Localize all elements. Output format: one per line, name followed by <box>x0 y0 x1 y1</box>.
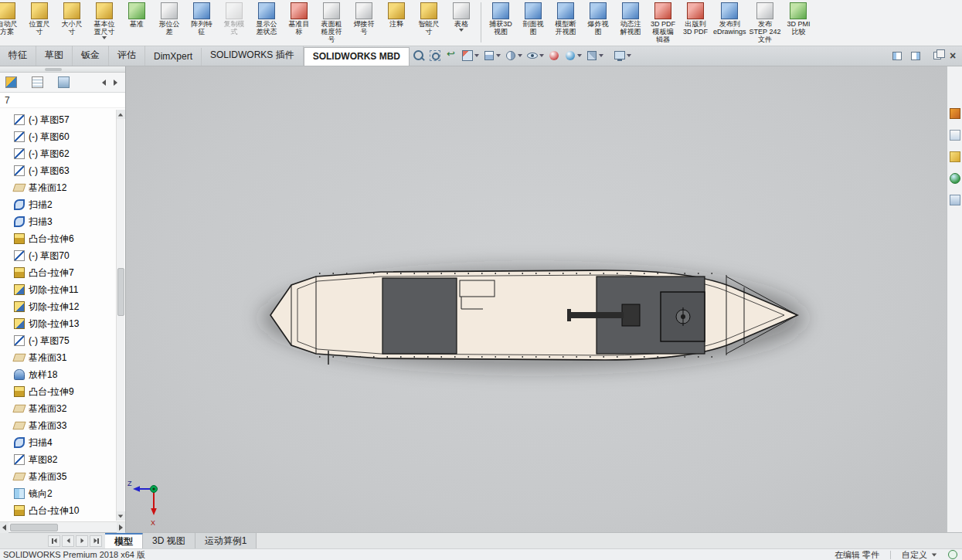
file-explorer-icon[interactable] <box>948 150 962 164</box>
tree-item[interactable]: 凸台-拉伸7 <box>3 264 116 281</box>
tab-solidworks-mbd[interactable]: SOLIDWORKS MBD <box>304 47 410 66</box>
scroll-left-button[interactable] <box>0 522 8 533</box>
note-button[interactable]: 注释 <box>380 2 413 29</box>
configurationmanager-tab[interactable] <box>56 75 71 90</box>
basic-location-dimension-button[interactable]: 基本位 置尺寸 <box>88 2 121 40</box>
geometric-tolerance-button[interactable]: 形位公 差 <box>153 2 185 36</box>
tree-item[interactable]: 基准面31 <box>3 349 116 366</box>
tree-item[interactable]: 基准面32 <box>3 400 116 417</box>
pattern-feature-button[interactable]: 阵列特 征 <box>185 2 218 36</box>
size-dimension-button[interactable]: 大小尺 寸 <box>56 2 88 36</box>
design-library-icon[interactable] <box>948 128 962 142</box>
publish-step-242-button[interactable]: 发布 STEP 242 文件 <box>748 2 783 44</box>
scroll-down-button[interactable] <box>117 511 125 521</box>
scroll-right-button[interactable] <box>117 522 125 533</box>
edit-appearance-button[interactable] <box>546 48 562 63</box>
tree-item[interactable]: (-) 草图62 <box>3 145 116 162</box>
datum-target-button[interactable]: 基准目 标 <box>283 2 315 36</box>
auto-dimension-scheme-button[interactable]: 自动尺 方案 <box>0 2 23 36</box>
show-tolerance-status-button[interactable]: 显示公 差状态 <box>250 2 283 36</box>
tree-item[interactable]: (-) 草图70 <box>3 247 116 264</box>
panel-prev-icon[interactable] <box>102 80 106 86</box>
sheet-next-button[interactable] <box>76 535 88 547</box>
scroll-thumb[interactable] <box>10 524 58 531</box>
tree-horizontal-scrollbar[interactable] <box>0 521 125 532</box>
model-break-view-button[interactable]: 模型断 开视图 <box>549 2 582 36</box>
panel-next-icon[interactable] <box>114 80 117 86</box>
tree-item[interactable]: 凸台-拉伸10 <box>3 502 116 519</box>
display-style-button[interactable] <box>503 48 524 63</box>
tree-item[interactable]: 扫描2 <box>3 196 116 213</box>
copy-scheme-button[interactable]: 复制模 式 <box>218 2 250 36</box>
publish-edrawings-button[interactable]: 发布到 eDrawings <box>712 2 748 36</box>
custom-properties-icon[interactable] <box>948 193 962 207</box>
scroll-track[interactable] <box>117 119 125 511</box>
sheet-last-button[interactable] <box>90 535 102 547</box>
tree-item[interactable]: 放样18 <box>3 366 116 383</box>
sheet-prev-button[interactable] <box>62 535 74 547</box>
hide-show-items-button[interactable] <box>525 48 546 63</box>
view-orientation-button[interactable] <box>481 48 502 63</box>
capture-3d-view-button[interactable]: 捕获3D 视图 <box>484 2 517 36</box>
options-display-button[interactable] <box>606 48 633 63</box>
apply-scene-button[interactable] <box>563 48 583 63</box>
zoom-area-button[interactable] <box>427 48 443 63</box>
tree-item[interactable]: 扫描3 <box>3 213 116 230</box>
tree-item[interactable]: 切除-拉伸13 <box>3 315 116 332</box>
exploded-view-button[interactable]: 爆炸视 图 <box>582 2 614 36</box>
close-window-button[interactable]: × <box>946 49 960 63</box>
tab-dimxpert[interactable]: DimXpert <box>145 48 202 66</box>
tab-sheet-metal[interactable]: 钣金 <box>73 46 109 66</box>
tree-item[interactable]: (-) 草图75 <box>3 332 116 349</box>
dynamic-annotation-views-button[interactable]: 动态注 解视图 <box>614 2 647 36</box>
globe-icon[interactable] <box>948 550 957 559</box>
3d-pmi-compare-button[interactable]: 3D PMI 比较 <box>782 2 814 36</box>
restore-window-button[interactable] <box>927 49 941 63</box>
tree-item[interactable]: 凸台-拉伸9 <box>3 383 116 400</box>
panel-splitter[interactable] <box>0 66 125 73</box>
tree-vertical-scrollbar[interactable] <box>116 110 124 521</box>
sheet-first-button[interactable] <box>48 535 60 547</box>
tree-item[interactable]: 凸台-拉伸6 <box>3 230 116 247</box>
scroll-track[interactable] <box>8 522 117 533</box>
scroll-up-button[interactable] <box>117 110 125 119</box>
tab-evaluate[interactable]: 评估 <box>109 46 145 66</box>
surface-finish-button[interactable]: 表面粗 糙度符 号 <box>315 2 348 44</box>
graphics-area[interactable]: Z X <box>126 66 947 532</box>
tab-features[interactable]: 特征 <box>0 46 36 66</box>
tree-item[interactable]: (-) 草图63 <box>3 162 116 179</box>
collapse-right-pane-button[interactable] <box>909 49 923 63</box>
previous-view-button[interactable] <box>444 48 459 63</box>
tree-item[interactable]: 草图82 <box>3 451 116 468</box>
3d-pdf-template-editor-button[interactable]: 3D PDF 模板编 辑器 <box>647 2 679 44</box>
tab-3d-views[interactable]: 3D 视图 <box>143 533 195 548</box>
propertymanager-tab[interactable] <box>29 75 45 90</box>
tree-item[interactable]: 镜向2 <box>3 485 116 502</box>
featuremanager-tab[interactable] <box>3 75 19 90</box>
smart-dimension-button[interactable]: 智能尺 寸 <box>413 2 445 36</box>
tab-sketch[interactable]: 草图 <box>36 46 73 66</box>
section-view-ribbon-button[interactable]: 剖面视 图 <box>517 2 549 36</box>
weld-symbol-button[interactable]: 焊接符 号 <box>348 2 380 36</box>
collapse-left-pane-button[interactable] <box>890 49 904 63</box>
table-button[interactable]: 表格 <box>445 2 478 32</box>
tree-item[interactable]: 扫描4 <box>3 434 116 451</box>
tree-item[interactable]: 基准面12 <box>3 179 116 196</box>
tree-item[interactable]: 基准面33 <box>3 417 116 434</box>
solidworks-resources-icon[interactable] <box>948 107 962 120</box>
section-view-button[interactable] <box>460 48 481 63</box>
publish-3d-pdf-button[interactable]: 出版到 3D PDF <box>679 2 712 36</box>
tree-item[interactable]: 基准面35 <box>3 468 116 485</box>
appearances-icon[interactable] <box>948 171 962 185</box>
datum-button[interactable]: 基准 <box>121 2 153 29</box>
tree-item[interactable]: 切除-拉伸11 <box>3 281 116 298</box>
scroll-thumb[interactable] <box>117 268 124 316</box>
tab-model[interactable]: 模型 <box>105 533 143 548</box>
tab-solidworks-addins[interactable]: SOLIDWORKS 插件 <box>202 46 304 66</box>
customize-statusbar-button[interactable]: 自定义 <box>902 549 937 560</box>
tree-item[interactable]: 切除-拉伸12 <box>3 298 116 315</box>
zoom-fit-button[interactable] <box>411 48 427 63</box>
view-settings-button[interactable] <box>584 48 605 63</box>
tree-item[interactable]: (-) 草图60 <box>3 128 116 145</box>
location-dimension-button[interactable]: 位置尺 寸 <box>23 2 56 36</box>
